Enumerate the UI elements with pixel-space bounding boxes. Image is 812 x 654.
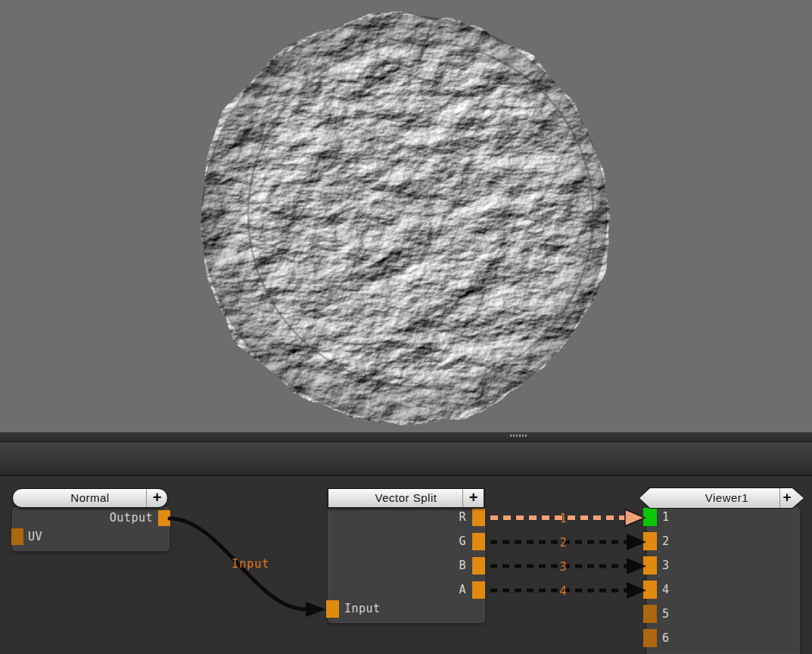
render-viewport[interactable] [0,0,812,432]
port-vectorsplit-b[interactable] [472,557,485,575]
pane-splitter[interactable] [0,432,812,443]
wire-r-to-1-arrowhead [625,509,645,526]
node-vectorsplit-title: Vector Split [328,489,484,507]
node-vectorsplit-body[interactable]: R G B A Input [328,507,485,623]
port-viewer1-2[interactable] [643,532,657,550]
port-viewer1-3[interactable] [643,556,657,575]
port-label-2: 2 [662,532,670,550]
node-viewer1-header[interactable]: Viewer1 + [639,487,804,509]
wire-label-4: 4 [559,584,566,598]
port-label-g: G [459,533,466,550]
wire-output-to-input[interactable] [170,519,306,609]
port-vectorsplit-a[interactable] [472,581,485,599]
node-vectorsplit-header[interactable]: Vector Split + [328,488,484,508]
sphere-vignette [201,15,607,421]
wire-label-3: 3 [559,560,566,574]
node-viewer1-body[interactable]: 1 2 3 4 5 6 [647,507,800,654]
port-label-6: 6 [662,629,670,647]
port-label-5: 5 [662,605,670,623]
port-label-r: R [459,509,466,526]
node-normal-header[interactable]: Normal + [12,488,168,508]
splitter-handle-dots[interactable] [510,434,527,437]
node-normal-add-button[interactable]: + [146,489,167,507]
port-vectorsplit-g[interactable] [472,533,485,550]
wire-output-to-input-arrowhead [306,602,326,617]
wire-label-1: 1 [559,512,566,525]
port-viewer1-6[interactable] [643,629,657,647]
node-viewer1-header-face: Viewer1 + [639,488,804,508]
port-label-b: B [459,557,466,575]
port-label-input: Input [344,600,381,618]
port-label-3: 3 [662,556,670,575]
port-vectorsplit-r[interactable] [472,509,485,526]
port-viewer1-4[interactable] [643,581,657,599]
app-window: Output UV Normal + R G B A Input Vector … [0,0,812,654]
render-scene [0,0,812,432]
port-vectorsplit-input[interactable] [326,600,339,618]
port-normal-uv[interactable] [11,528,23,545]
port-label-4: 4 [662,581,670,599]
port-label-1: 1 [662,508,670,526]
wire-label-input: Input [232,557,269,571]
port-label-a: A [459,581,466,599]
node-vectorsplit-add-button[interactable]: + [462,489,484,507]
node-viewer1-add-button[interactable]: + [779,488,794,508]
port-normal-output[interactable] [158,510,170,526]
toolbar-band [0,443,812,476]
port-label-uv: UV [28,528,42,545]
node-normal-body[interactable]: Output UV [12,507,170,551]
port-viewer1-5[interactable] [643,605,657,623]
port-label-output: Output [110,510,153,526]
node-graph[interactable]: Output UV Normal + R G B A Input Vector … [0,476,812,654]
port-viewer1-1[interactable] [643,508,657,526]
node-normal-title: Normal [13,489,167,507]
wire-label-2: 2 [559,536,566,550]
